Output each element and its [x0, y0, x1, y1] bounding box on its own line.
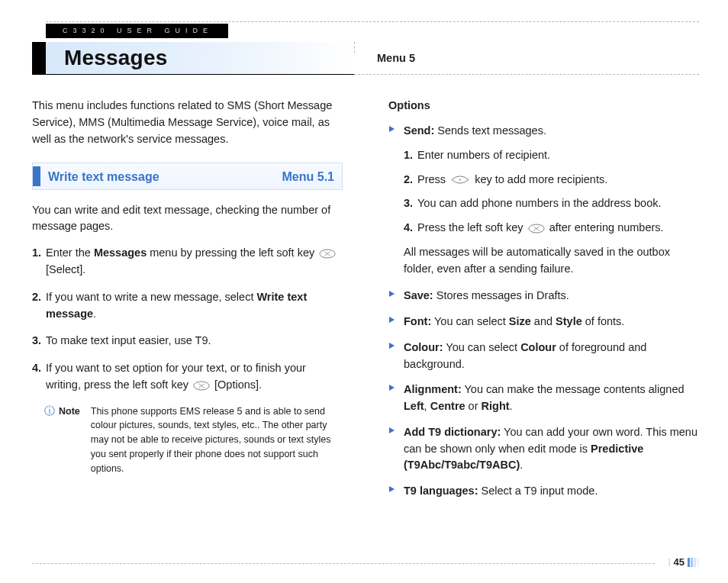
note-label: Note	[59, 404, 80, 476]
text: [Options].	[214, 378, 262, 391]
option-alignment: Alignment: You can make the message cont…	[388, 382, 699, 415]
bullet-arrow-icon	[388, 342, 396, 349]
section-title: Write text message	[48, 168, 282, 185]
text: .	[510, 400, 513, 412]
step-1: 1. Enter the Messages menu by pressing t…	[32, 245, 343, 279]
text: .	[520, 459, 523, 471]
text: and	[531, 315, 556, 327]
text: You can select	[443, 341, 521, 353]
text: To make text input easier, use T9.	[46, 334, 211, 346]
text: [Select].	[46, 263, 85, 275]
text: You can add phone numbers in the address…	[417, 197, 662, 209]
section-accent	[33, 166, 40, 186]
send-tail: All messages will be automatically saved…	[404, 244, 699, 278]
option-save: Save: Stores messages in Drafts.	[388, 288, 699, 304]
text: If you want to set option for your text,…	[46, 362, 306, 391]
option-colour: Colour: You can select Colour of foregro…	[388, 340, 699, 373]
menu-ref: Menu 5	[354, 50, 415, 66]
section-lead: You can write and edit text message, che…	[32, 202, 343, 234]
soft-key-icon	[528, 224, 545, 234]
text: If you want to write a new message, sele…	[46, 291, 256, 303]
send-step-4: 4. Press the left soft key after enterin…	[404, 220, 699, 237]
bullet-arrow-icon	[388, 290, 396, 298]
bullet-arrow-icon	[388, 427, 396, 434]
guide-label: C3320 USER GUIDE	[46, 24, 228, 38]
step-4: 4. If you want to set option for your te…	[32, 360, 343, 394]
step-3: 3. To make text input easier, use T9.	[32, 333, 343, 349]
bold: Right	[482, 400, 510, 412]
nav-key-icon	[450, 175, 470, 185]
option-desc: Select a T9 input mode.	[478, 485, 598, 497]
send-step-3: 3.You can add phone numbers in the addre…	[404, 195, 699, 212]
option-desc: Stores messages in Drafts.	[433, 289, 569, 301]
bullet-arrow-icon	[388, 316, 396, 324]
note-block: ⓘ Note This phone supports EMS release 5…	[32, 404, 343, 476]
option-label: Add T9 dictionary:	[404, 426, 501, 438]
soft-key-icon	[193, 381, 210, 391]
bullet-arrow-icon	[388, 485, 396, 493]
text: Enter the	[46, 246, 94, 259]
option-desc: Sends text messages.	[434, 124, 546, 137]
text: You can select	[431, 315, 509, 327]
text: menu by pressing the left soft key	[147, 246, 317, 259]
options-heading: Options	[388, 98, 699, 114]
page-footer: | 45	[32, 554, 699, 572]
text: Press the left soft key	[417, 221, 527, 234]
step-2: 2. If you want to write a new message, s…	[32, 289, 343, 323]
bullet-arrow-icon	[388, 125, 396, 133]
text: after entering numbers.	[549, 221, 664, 234]
text: Press	[417, 173, 449, 185]
bold: Colour	[520, 341, 556, 353]
option-label: Colour:	[404, 341, 443, 353]
text: ,	[424, 400, 430, 412]
text: .	[93, 308, 96, 320]
text: key to add more recipients.	[475, 173, 607, 185]
bold: Style	[556, 315, 582, 327]
bold: Size	[509, 315, 531, 327]
bold: Messages	[94, 246, 147, 259]
chapter-tab	[32, 42, 46, 75]
chapter-title-bar: Messages	[46, 42, 354, 75]
text: of fonts.	[582, 315, 625, 327]
send-step-1: 1.Enter numbers of recipient.	[404, 147, 699, 164]
option-font: Font: You can select Size and Style of f…	[388, 314, 699, 330]
intro-paragraph: This menu includes functions related to …	[32, 98, 343, 147]
note-text: This phone supports EMS release 5 and is…	[91, 404, 343, 476]
info-icon: ⓘ	[44, 404, 55, 476]
text: Enter numbers of recipient.	[417, 149, 550, 161]
page-number: 45	[674, 556, 685, 570]
option-label: Save:	[404, 289, 433, 301]
option-label: Alignment:	[404, 383, 462, 395]
section-menu-ref: Menu 5.1	[282, 168, 334, 185]
option-label: Font:	[404, 315, 431, 327]
option-send: Send: Sends text messages. 1.Enter numbe…	[388, 123, 699, 277]
send-step-2: 2. Press key to add more recipients.	[404, 172, 699, 188]
soft-key-icon	[319, 249, 336, 259]
option-label: T9 languages:	[404, 485, 478, 497]
option-t9-languages: T9 languages: Select a T9 input mode.	[388, 483, 699, 500]
page-number-deco-icon	[688, 558, 699, 567]
bold: Left	[404, 400, 424, 412]
text: or	[465, 400, 482, 412]
menu-ref-bar: Menu 5	[354, 42, 699, 75]
page-number-divider-icon: |	[668, 556, 670, 569]
bullet-arrow-icon	[388, 384, 396, 391]
bold: Centre	[430, 400, 465, 412]
option-t9-dictionary: Add T9 dictionary: You can add your own …	[388, 424, 699, 474]
chapter-title: Messages	[64, 43, 167, 74]
option-label: Send:	[404, 124, 434, 137]
text: You can make the message contents aligne…	[462, 383, 685, 395]
section-heading: Write text message Menu 5.1	[32, 163, 343, 190]
